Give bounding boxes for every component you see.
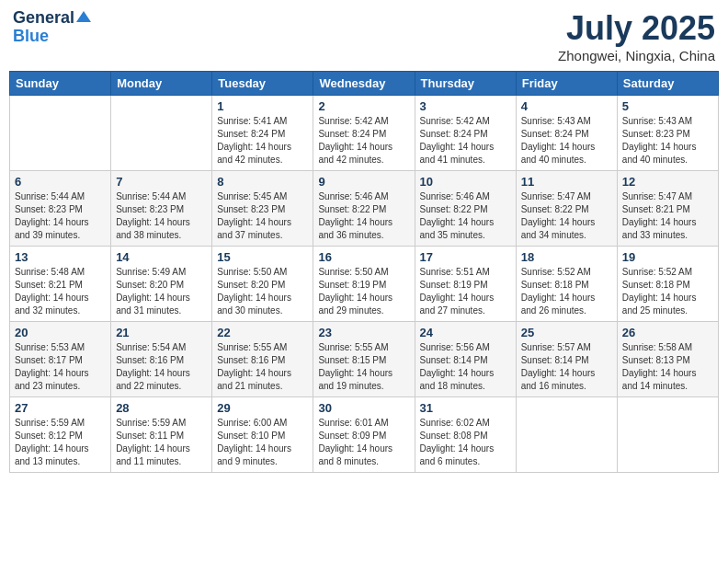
svg-marker-0 <box>76 11 91 22</box>
logo-icon <box>76 9 91 24</box>
calendar-cell: 6Sunrise: 5:44 AM Sunset: 8:23 PM Daylig… <box>10 171 111 247</box>
day-number: 20 <box>15 326 106 339</box>
logo: General Blue <box>13 9 91 46</box>
calendar-cell <box>516 397 617 473</box>
day-info: Sunrise: 5:43 AM Sunset: 8:23 PM Dayligh… <box>622 115 713 167</box>
calendar-cell: 9Sunrise: 5:46 AM Sunset: 8:22 PM Daylig… <box>313 171 415 247</box>
calendar-cell: 30Sunrise: 6:01 AM Sunset: 8:09 PM Dayli… <box>313 397 415 473</box>
weekday-header-friday: Friday <box>516 72 617 96</box>
day-info: Sunrise: 5:55 AM Sunset: 8:16 PM Dayligh… <box>217 341 308 393</box>
day-info: Sunrise: 5:52 AM Sunset: 8:18 PM Dayligh… <box>622 266 713 317</box>
day-info: Sunrise: 5:46 AM Sunset: 8:22 PM Dayligh… <box>318 190 409 242</box>
day-info: Sunrise: 5:51 AM Sunset: 8:19 PM Dayligh… <box>420 266 511 317</box>
day-info: Sunrise: 5:47 AM Sunset: 8:22 PM Dayligh… <box>521 190 612 242</box>
day-info: Sunrise: 5:48 AM Sunset: 8:21 PM Dayligh… <box>15 266 106 317</box>
day-number: 2 <box>318 99 409 113</box>
calendar-cell: 21Sunrise: 5:54 AM Sunset: 8:16 PM Dayli… <box>111 322 212 397</box>
calendar-cell: 22Sunrise: 5:55 AM Sunset: 8:16 PM Dayli… <box>212 322 313 397</box>
day-number: 17 <box>420 250 511 264</box>
week-row-4: 20Sunrise: 5:53 AM Sunset: 8:17 PM Dayli… <box>10 322 719 397</box>
day-info: Sunrise: 5:57 AM Sunset: 8:14 PM Dayligh… <box>521 341 612 393</box>
day-info: Sunrise: 5:56 AM Sunset: 8:14 PM Dayligh… <box>420 341 511 393</box>
day-number: 27 <box>15 401 106 415</box>
calendar-cell: 12Sunrise: 5:47 AM Sunset: 8:21 PM Dayli… <box>617 171 718 247</box>
day-number: 11 <box>521 175 612 189</box>
day-number: 1 <box>217 99 308 113</box>
weekday-header-saturday: Saturday <box>617 72 718 96</box>
day-number: 12 <box>622 175 713 189</box>
calendar-cell: 17Sunrise: 5:51 AM Sunset: 8:19 PM Dayli… <box>415 247 516 322</box>
day-number: 13 <box>15 250 106 264</box>
calendar-cell: 8Sunrise: 5:45 AM Sunset: 8:23 PM Daylig… <box>212 171 313 247</box>
calendar-cell: 11Sunrise: 5:47 AM Sunset: 8:22 PM Dayli… <box>516 171 617 247</box>
week-row-2: 6Sunrise: 5:44 AM Sunset: 8:23 PM Daylig… <box>10 171 719 247</box>
week-row-5: 27Sunrise: 5:59 AM Sunset: 8:12 PM Dayli… <box>10 397 719 473</box>
day-info: Sunrise: 5:50 AM Sunset: 8:19 PM Dayligh… <box>318 266 409 317</box>
day-info: Sunrise: 5:54 AM Sunset: 8:16 PM Dayligh… <box>116 341 207 393</box>
day-number: 4 <box>521 99 612 113</box>
weekday-header-tuesday: Tuesday <box>212 72 313 96</box>
week-row-3: 13Sunrise: 5:48 AM Sunset: 8:21 PM Dayli… <box>10 247 719 322</box>
day-number: 23 <box>318 326 409 339</box>
calendar-cell: 5Sunrise: 5:43 AM Sunset: 8:23 PM Daylig… <box>617 96 718 171</box>
week-row-1: 1Sunrise: 5:41 AM Sunset: 8:24 PM Daylig… <box>10 96 719 171</box>
day-info: Sunrise: 5:41 AM Sunset: 8:24 PM Dayligh… <box>217 115 308 167</box>
day-info: Sunrise: 5:53 AM Sunset: 8:17 PM Dayligh… <box>15 341 106 393</box>
day-info: Sunrise: 5:42 AM Sunset: 8:24 PM Dayligh… <box>318 115 409 167</box>
logo-blue-text: Blue <box>13 28 91 46</box>
day-info: Sunrise: 5:47 AM Sunset: 8:21 PM Dayligh… <box>622 190 713 242</box>
calendar-cell: 3Sunrise: 5:42 AM Sunset: 8:24 PM Daylig… <box>415 96 516 171</box>
day-number: 3 <box>420 99 511 113</box>
calendar-cell: 25Sunrise: 5:57 AM Sunset: 8:14 PM Dayli… <box>516 322 617 397</box>
day-number: 15 <box>217 250 308 264</box>
day-number: 24 <box>420 326 511 339</box>
day-info: Sunrise: 5:59 AM Sunset: 8:11 PM Dayligh… <box>116 417 207 468</box>
calendar-cell: 28Sunrise: 5:59 AM Sunset: 8:11 PM Dayli… <box>111 397 212 473</box>
calendar-cell: 14Sunrise: 5:49 AM Sunset: 8:20 PM Dayli… <box>111 247 212 322</box>
day-info: Sunrise: 5:44 AM Sunset: 8:23 PM Dayligh… <box>15 190 106 242</box>
calendar-cell: 19Sunrise: 5:52 AM Sunset: 8:18 PM Dayli… <box>617 247 718 322</box>
day-number: 19 <box>622 250 713 264</box>
calendar-location: Zhongwei, Ningxia, China <box>558 48 715 63</box>
calendar-title: July 2025 <box>558 9 715 48</box>
logo-general-text: General <box>13 9 74 28</box>
calendar-cell: 15Sunrise: 5:50 AM Sunset: 8:20 PM Dayli… <box>212 247 313 322</box>
calendar-cell: 1Sunrise: 5:41 AM Sunset: 8:24 PM Daylig… <box>212 96 313 171</box>
calendar-cell: 20Sunrise: 5:53 AM Sunset: 8:17 PM Dayli… <box>10 322 111 397</box>
day-info: Sunrise: 5:55 AM Sunset: 8:15 PM Dayligh… <box>318 341 409 393</box>
day-info: Sunrise: 5:59 AM Sunset: 8:12 PM Dayligh… <box>15 417 106 468</box>
calendar-cell: 7Sunrise: 5:44 AM Sunset: 8:23 PM Daylig… <box>111 171 212 247</box>
day-info: Sunrise: 6:00 AM Sunset: 8:10 PM Dayligh… <box>217 417 308 468</box>
weekday-header-monday: Monday <box>111 72 212 96</box>
calendar-cell: 31Sunrise: 6:02 AM Sunset: 8:08 PM Dayli… <box>415 397 516 473</box>
day-number: 18 <box>521 250 612 264</box>
day-number: 16 <box>318 250 409 264</box>
calendar-cell: 24Sunrise: 5:56 AM Sunset: 8:14 PM Dayli… <box>415 322 516 397</box>
day-info: Sunrise: 6:01 AM Sunset: 8:09 PM Dayligh… <box>318 417 409 468</box>
weekday-header-wednesday: Wednesday <box>313 72 415 96</box>
calendar-cell: 13Sunrise: 5:48 AM Sunset: 8:21 PM Dayli… <box>10 247 111 322</box>
calendar-cell: 23Sunrise: 5:55 AM Sunset: 8:15 PM Dayli… <box>313 322 415 397</box>
weekday-header-row: SundayMondayTuesdayWednesdayThursdayFrid… <box>10 72 719 96</box>
day-number: 28 <box>116 401 207 415</box>
day-number: 9 <box>318 175 409 189</box>
day-number: 8 <box>217 175 308 189</box>
day-info: Sunrise: 5:58 AM Sunset: 8:13 PM Dayligh… <box>622 341 713 393</box>
day-number: 21 <box>116 326 207 339</box>
day-number: 14 <box>116 250 207 264</box>
day-number: 10 <box>420 175 511 189</box>
calendar-cell <box>10 96 111 171</box>
day-number: 30 <box>318 401 409 415</box>
calendar-cell: 2Sunrise: 5:42 AM Sunset: 8:24 PM Daylig… <box>313 96 415 171</box>
day-info: Sunrise: 5:44 AM Sunset: 8:23 PM Dayligh… <box>116 190 207 242</box>
weekday-header-sunday: Sunday <box>10 72 111 96</box>
day-info: Sunrise: 5:43 AM Sunset: 8:24 PM Dayligh… <box>521 115 612 167</box>
calendar-cell: 29Sunrise: 6:00 AM Sunset: 8:10 PM Dayli… <box>212 397 313 473</box>
calendar-table: SundayMondayTuesdayWednesdayThursdayFrid… <box>9 71 719 473</box>
day-number: 5 <box>622 99 713 113</box>
day-info: Sunrise: 5:50 AM Sunset: 8:20 PM Dayligh… <box>217 266 308 317</box>
day-info: Sunrise: 5:45 AM Sunset: 8:23 PM Dayligh… <box>217 190 308 242</box>
calendar-cell: 18Sunrise: 5:52 AM Sunset: 8:18 PM Dayli… <box>516 247 617 322</box>
day-info: Sunrise: 5:52 AM Sunset: 8:18 PM Dayligh… <box>521 266 612 317</box>
day-info: Sunrise: 5:49 AM Sunset: 8:20 PM Dayligh… <box>116 266 207 317</box>
